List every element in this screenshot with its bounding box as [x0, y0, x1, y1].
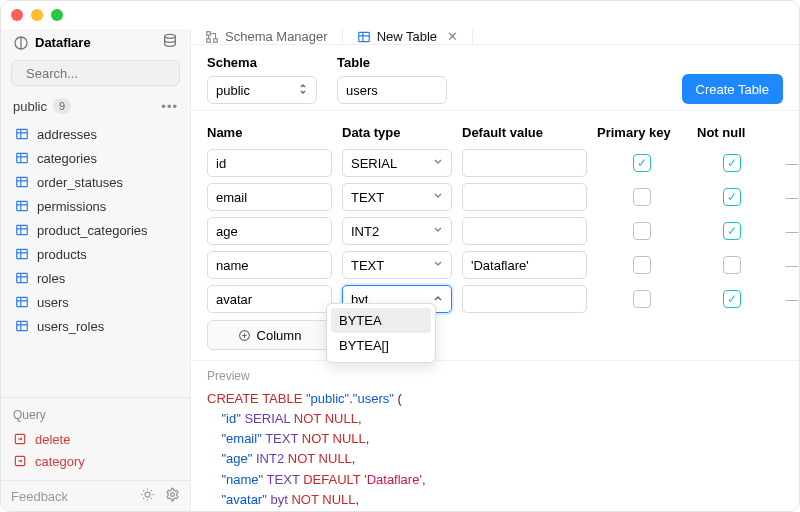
feedback-link[interactable]: Feedback	[11, 489, 68, 504]
column-row: —	[207, 248, 783, 282]
table-item-product_categories[interactable]: product_categories	[5, 218, 186, 242]
tab-close-icon[interactable]: ✕	[447, 29, 458, 44]
settings-icon[interactable]	[165, 487, 180, 505]
chevron-down-icon	[433, 190, 443, 204]
column-row: —	[207, 146, 783, 180]
remove-column-button[interactable]: —	[777, 292, 800, 307]
search-input[interactable]	[11, 60, 180, 86]
svg-rect-2	[17, 129, 28, 138]
maximize-window-icon[interactable]	[51, 9, 63, 21]
not-null-checkbox[interactable]	[723, 188, 741, 206]
remove-column-button[interactable]: —	[777, 156, 800, 171]
svg-rect-5	[17, 201, 28, 210]
tab-schema-manager[interactable]: Schema Manager	[191, 29, 343, 44]
column-name-input[interactable]	[207, 183, 332, 211]
table-item-addresses[interactable]: addresses	[5, 122, 186, 146]
column-default-input[interactable]	[462, 217, 587, 245]
add-column-button[interactable]: Column	[207, 320, 332, 350]
query-item-category[interactable]: category	[1, 450, 190, 472]
not-null-checkbox[interactable]	[723, 256, 741, 274]
sql-code: CREATE TABLE "public"."users" ( "id" SER…	[207, 389, 783, 512]
column-row: —	[207, 214, 783, 248]
primary-key-checkbox[interactable]	[633, 154, 651, 172]
table-field-label: Table	[337, 55, 447, 70]
app-brand: Dataflare	[13, 35, 91, 51]
not-null-checkbox[interactable]	[723, 222, 741, 240]
column-type-select[interactable]	[342, 149, 452, 177]
svg-rect-18	[358, 32, 369, 41]
column-default-input[interactable]	[462, 285, 587, 313]
table-form: Schema public Table Create Table	[191, 45, 799, 111]
table-item-users[interactable]: users	[5, 290, 186, 314]
remove-column-button[interactable]: —	[777, 258, 800, 273]
database-icon[interactable]	[162, 33, 178, 52]
schema-selector[interactable]: public 9 •••	[1, 94, 190, 122]
more-icon[interactable]: •••	[161, 99, 178, 114]
svg-rect-6	[17, 225, 28, 234]
primary-key-checkbox[interactable]	[633, 256, 651, 274]
svg-rect-17	[207, 38, 211, 42]
theme-icon[interactable]	[140, 487, 155, 505]
main-panel: Schema ManagerNew Table✕ Schema public T…	[191, 29, 799, 511]
column-type-select[interactable]	[342, 251, 452, 279]
primary-key-checkbox[interactable]	[633, 188, 651, 206]
tab-new-table[interactable]: New Table✕	[343, 29, 473, 44]
svg-rect-15	[207, 31, 211, 35]
not-null-checkbox[interactable]	[723, 154, 741, 172]
column-type-select[interactable]	[342, 183, 452, 211]
svg-rect-16	[214, 38, 218, 42]
column-row: —	[207, 180, 783, 214]
sql-preview: Preview CREATE TABLE "public"."users" ( …	[191, 360, 799, 512]
schema-select[interactable]: public	[207, 76, 317, 104]
chevron-down-icon	[433, 156, 443, 170]
table-name-input[interactable]	[337, 76, 447, 104]
column-row: —	[207, 282, 783, 316]
column-type-select[interactable]	[342, 217, 452, 245]
column-name-input[interactable]	[207, 217, 332, 245]
datatype-option[interactable]: BYTEA[]	[331, 333, 431, 358]
svg-rect-8	[17, 273, 28, 282]
column-name-input[interactable]	[207, 149, 332, 177]
create-table-button[interactable]: Create Table	[682, 74, 783, 104]
columns-header: Name Data type Default value Primary key…	[207, 121, 783, 146]
svg-rect-4	[17, 177, 28, 186]
table-item-categories[interactable]: categories	[5, 146, 186, 170]
minimize-window-icon[interactable]	[31, 9, 43, 21]
plus-icon	[238, 329, 251, 342]
datatype-option[interactable]: BYTEA	[331, 308, 431, 333]
remove-column-button[interactable]: —	[777, 224, 800, 239]
table-count-badge: 9	[53, 98, 71, 114]
window-controls	[11, 9, 63, 21]
column-default-input[interactable]	[462, 183, 587, 211]
svg-point-13	[145, 492, 150, 497]
column-name-input[interactable]	[207, 285, 332, 313]
chevron-updown-icon	[298, 83, 308, 98]
not-null-checkbox[interactable]	[723, 290, 741, 308]
chevron-down-icon	[433, 224, 443, 238]
close-window-icon[interactable]	[11, 9, 23, 21]
remove-column-button[interactable]: —	[777, 190, 800, 205]
table-item-roles[interactable]: roles	[5, 266, 186, 290]
svg-point-0	[165, 34, 176, 38]
table-item-order_statuses[interactable]: order_statuses	[5, 170, 186, 194]
datatype-dropdown[interactable]: BYTEABYTEA[]	[326, 303, 436, 363]
svg-rect-3	[17, 153, 28, 162]
sidebar: Dataflare public 9 ••• addressescategori…	[1, 29, 191, 511]
svg-point-14	[171, 493, 175, 497]
column-default-input[interactable]	[462, 251, 587, 279]
column-name-input[interactable]	[207, 251, 332, 279]
primary-key-checkbox[interactable]	[633, 222, 651, 240]
tab-bar: Schema ManagerNew Table✕	[191, 29, 799, 45]
app-window: Dataflare public 9 ••• addressescategori…	[0, 0, 800, 512]
primary-key-checkbox[interactable]	[633, 290, 651, 308]
table-item-products[interactable]: products	[5, 242, 186, 266]
table-item-permissions[interactable]: permissions	[5, 194, 186, 218]
table-item-users_roles[interactable]: users_roles	[5, 314, 186, 338]
query-item-delete[interactable]: delete	[1, 428, 190, 450]
columns-editor: Name Data type Default value Primary key…	[191, 111, 799, 360]
column-default-input[interactable]	[462, 149, 587, 177]
schema-label: public	[13, 99, 47, 114]
svg-rect-7	[17, 249, 28, 258]
brand-icon	[13, 35, 29, 51]
titlebar	[1, 1, 799, 29]
